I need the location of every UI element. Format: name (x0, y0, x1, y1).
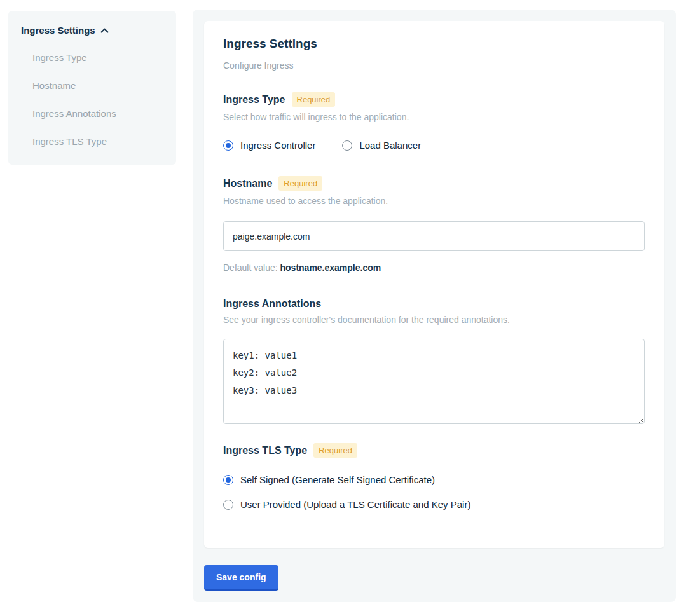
chevron-up-icon (100, 28, 109, 33)
hostname-input[interactable] (223, 221, 645, 251)
hostname-default-line: Default value: hostname.example.com (223, 263, 645, 273)
ingress-settings-card: Ingress Settings Configure Ingress Ingre… (204, 21, 664, 548)
field-group-ingress-type: Ingress Type Required Select how traffic… (223, 92, 645, 151)
ingress-tls-type-label: Ingress TLS Type (223, 445, 307, 456)
radio-load-balancer[interactable]: Load Balancer (342, 140, 421, 151)
radio-icon[interactable] (223, 500, 233, 510)
radio-self-signed[interactable]: Self Signed (Generate Self Signed Certif… (223, 474, 645, 485)
page-subtitle: Configure Ingress (223, 60, 645, 71)
sidebar-item-list: Ingress Type Hostname Ingress Annotation… (21, 52, 163, 147)
radio-icon[interactable] (342, 140, 352, 151)
hostname-label: Hostname (223, 178, 272, 189)
sidebar-group-ingress-settings[interactable]: Ingress Settings (21, 25, 163, 36)
ingress-type-options: Ingress Controller Load Balancer (223, 140, 645, 151)
radio-user-provided[interactable]: User Provided (Upload a TLS Certificate … (223, 499, 645, 510)
radio-label: Ingress Controller (240, 140, 315, 151)
ingress-annotations-help: See your ingress controller's documentat… (223, 315, 645, 325)
page-title: Ingress Settings (223, 37, 645, 51)
radio-icon[interactable] (223, 140, 233, 151)
default-value-label: Default value: (223, 263, 278, 273)
sidebar-item-ingress-tls-type[interactable]: Ingress TLS Type (21, 136, 163, 147)
hostname-help: Hostname used to access the application. (223, 196, 645, 206)
ingress-type-help: Select how traffic will ingress to the a… (223, 112, 645, 122)
required-badge: Required (313, 443, 357, 458)
radio-ingress-controller[interactable]: Ingress Controller (223, 140, 315, 151)
required-badge: Required (278, 176, 322, 191)
radio-label: User Provided (Upload a TLS Certificate … (240, 499, 470, 510)
sidebar-item-ingress-annotations[interactable]: Ingress Annotations (21, 108, 163, 119)
radio-label: Self Signed (Generate Self Signed Certif… (240, 474, 435, 485)
sidebar-item-ingress-type[interactable]: Ingress Type (21, 52, 163, 63)
field-group-ingress-annotations: Ingress Annotations See your ingress con… (223, 298, 645, 424)
ingress-type-label: Ingress Type (223, 94, 285, 106)
config-nav-sidebar: Ingress Settings Ingress Type Hostname I… (8, 11, 176, 165)
save-config-button[interactable]: Save config (204, 565, 278, 591)
radio-label: Load Balancer (359, 140, 421, 151)
config-main-panel: Ingress Settings Configure Ingress Ingre… (193, 10, 676, 602)
sidebar-item-hostname[interactable]: Hostname (21, 80, 163, 91)
required-badge: Required (292, 92, 336, 107)
field-group-ingress-tls-type: Ingress TLS Type Required Self Signed (G… (223, 443, 645, 510)
ingress-annotations-label: Ingress Annotations (223, 298, 321, 310)
field-group-hostname: Hostname Required Hostname used to acces… (223, 176, 645, 273)
radio-icon[interactable] (223, 475, 233, 485)
sidebar-group-label: Ingress Settings (21, 25, 95, 36)
ingress-tls-type-options: Self Signed (Generate Self Signed Certif… (223, 474, 645, 510)
default-value-text: hostname.example.com (280, 263, 381, 273)
ingress-annotations-textarea[interactable]: key1: value1 key2: value2 key3: value3 (223, 339, 645, 424)
